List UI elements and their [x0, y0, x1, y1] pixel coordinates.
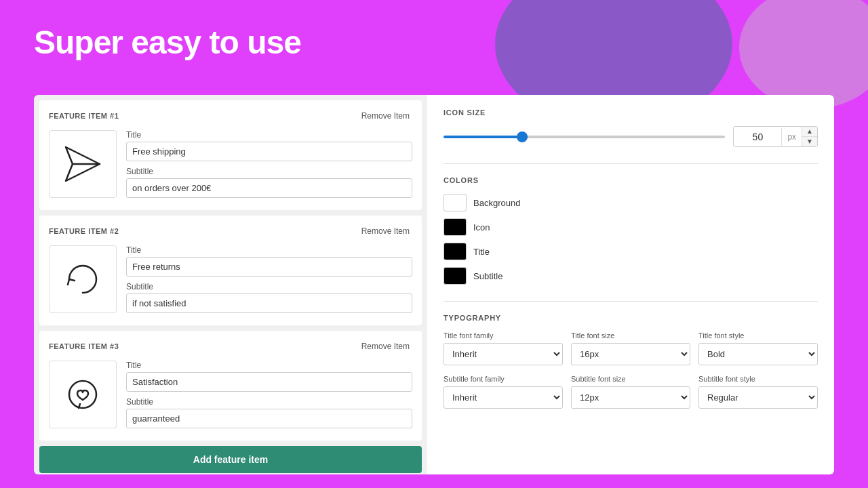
color-row-icon: Icon	[443, 218, 818, 236]
feature-item-2-subtitle-label: Subtitle	[126, 282, 412, 291]
add-feature-button[interactable]: Add feature item	[39, 446, 422, 473]
feature-item-3-subtitle-group: Subtitle	[126, 397, 412, 428]
color-row-background: Background	[443, 194, 818, 211]
title-font-style-select[interactable]: Bold Regular Italic	[698, 343, 818, 365]
title-font-family-label: Title font family	[443, 331, 563, 340]
feature-item-1-body: Title Subtitle	[49, 130, 412, 198]
svg-point-2	[69, 381, 96, 408]
feature-item-3-header: FEATURE ITEM #3 Remove Item	[49, 340, 412, 352]
colors-section: COLORS Background Icon Title Subtitle	[443, 176, 818, 285]
title-font-size-label: Title font size	[571, 331, 690, 340]
feature-item-2-subtitle-group: Subtitle	[126, 282, 412, 313]
px-label: px	[781, 128, 802, 146]
slider-thumb	[517, 131, 528, 142]
feature-item-1-label: FEATURE ITEM #1	[49, 112, 119, 120]
typography-section: TYPOGRAPHY Title font family Inherit Ari…	[443, 314, 818, 409]
feature-item-2-icon-box[interactable]	[49, 245, 117, 313]
px-arrows: ▲ ▼	[802, 127, 817, 146]
subtitle-font-size-group: Subtitle font size 12px 10px 14px 16px	[571, 375, 690, 409]
subtitle-font-style-group: Subtitle font style Regular Bold Italic	[698, 375, 818, 409]
subtitle-typo-row: Subtitle font family Inherit Arial Georg…	[443, 375, 818, 409]
feature-item-3: FEATURE ITEM #3 Remove Item Title	[39, 331, 422, 441]
feature-item-3-title-group: Title	[126, 361, 412, 392]
colors-section-title: COLORS	[443, 176, 818, 184]
title-font-style-group: Title font style Bold Regular Italic	[698, 331, 818, 365]
right-panel: ICON SIZE 50 px ▲ ▼ COLORS Background	[427, 95, 834, 474]
feature-item-3-subtitle-label: Subtitle	[126, 397, 412, 407]
subtitle-font-style-select[interactable]: Regular Bold Italic	[698, 386, 818, 409]
icon-color-label: Icon	[473, 222, 490, 232]
title-color-label: Title	[473, 247, 490, 257]
feature-item-3-body: Title Subtitle	[49, 361, 412, 428]
background-color-swatch[interactable]	[443, 194, 467, 211]
subtitle-font-family-select[interactable]: Inherit Arial Georgia	[443, 386, 563, 409]
title-font-style-label: Title font style	[698, 331, 818, 340]
feature-item-2-title-input[interactable]	[126, 257, 412, 277]
feature-item-3-subtitle-input[interactable]	[126, 409, 412, 428]
main-container: FEATURE ITEM #1 Remove Item Title	[34, 95, 834, 474]
feature-item-2-subtitle-input[interactable]	[126, 293, 412, 313]
icon-size-section-title: ICON SIZE	[443, 108, 818, 117]
feature-item-2-title-label: Title	[126, 245, 412, 255]
px-up-arrow[interactable]: ▲	[802, 127, 817, 137]
feature-item-3-label: FEATURE ITEM #3	[49, 342, 119, 350]
px-down-arrow[interactable]: ▼	[802, 137, 817, 146]
subtitle-color-label: Subtitle	[473, 271, 502, 281]
feature-item-3-fields: Title Subtitle	[126, 361, 412, 428]
feature-item-2: FEATURE ITEM #2 Remove Item Title	[39, 216, 422, 325]
feature-item-1-header: FEATURE ITEM #1 Remove Item	[49, 110, 412, 122]
bg-blob-2	[739, 0, 868, 108]
subtitle-font-size-label: Subtitle font size	[571, 375, 690, 383]
icon-color-swatch[interactable]	[443, 218, 467, 236]
remove-item-1-button[interactable]: Remove Item	[359, 110, 412, 122]
subtitle-font-family-group: Subtitle font family Inherit Arial Georg…	[443, 375, 563, 409]
subtitle-font-size-select[interactable]: 12px 10px 14px 16px	[571, 386, 690, 409]
feature-item-1-subtitle-group: Subtitle	[126, 167, 412, 198]
feature-item-1-title-group: Title	[126, 130, 412, 161]
feature-item-3-title-input[interactable]	[126, 372, 412, 392]
px-input-group: 50 px ▲ ▼	[733, 126, 818, 147]
feature-item-2-fields: Title Subtitle	[126, 245, 412, 313]
feature-item-1-subtitle-label: Subtitle	[126, 167, 412, 176]
feature-item-1-icon-box[interactable]	[49, 130, 117, 198]
subtitle-color-swatch[interactable]	[443, 267, 467, 285]
icon-size-row: 50 px ▲ ▼	[443, 126, 818, 147]
title-typo-row: Title font family Inherit Arial Georgia …	[443, 331, 818, 365]
icon-size-slider[interactable]	[443, 136, 725, 138]
hero-title: Super easy to use	[34, 24, 301, 61]
feature-item-2-title-group: Title	[126, 245, 412, 277]
feature-item-2-label: FEATURE ITEM #2	[49, 227, 119, 235]
feature-item-3-icon-box[interactable]	[49, 361, 117, 428]
refresh-icon	[62, 259, 103, 300]
feature-item-1-subtitle-input[interactable]	[126, 178, 412, 198]
background-color-label: Background	[473, 198, 520, 208]
subtitle-font-style-label: Subtitle font style	[698, 375, 818, 383]
remove-item-2-button[interactable]: Remove Item	[359, 225, 412, 237]
remove-item-3-button[interactable]: Remove Item	[359, 340, 412, 352]
heart-chat-icon	[62, 374, 103, 415]
divider-2	[443, 301, 818, 302]
title-font-size-select[interactable]: 16px 12px 14px 18px	[571, 343, 690, 365]
feature-item-1-title-input[interactable]	[126, 142, 412, 161]
title-font-size-group: Title font size 16px 12px 14px 18px	[571, 331, 690, 365]
feature-item-1: FEATURE ITEM #1 Remove Item Title	[39, 100, 422, 210]
paper-plane-icon	[62, 144, 103, 184]
typography-section-title: TYPOGRAPHY	[443, 314, 818, 322]
feature-item-2-body: Title Subtitle	[49, 245, 412, 313]
color-row-title: Title	[443, 243, 818, 260]
subtitle-font-family-label: Subtitle font family	[443, 375, 563, 383]
feature-item-2-header: FEATURE ITEM #2 Remove Item	[49, 225, 412, 237]
feature-item-1-fields: Title Subtitle	[126, 130, 412, 198]
title-font-family-group: Title font family Inherit Arial Georgia	[443, 331, 563, 365]
left-panel: FEATURE ITEM #1 Remove Item Title	[34, 95, 427, 474]
title-font-family-select[interactable]: Inherit Arial Georgia	[443, 343, 563, 365]
px-value: 50	[734, 127, 781, 146]
divider-1	[443, 163, 818, 164]
color-row-subtitle: Subtitle	[443, 267, 818, 285]
feature-item-3-title-label: Title	[126, 361, 412, 370]
title-color-swatch[interactable]	[443, 243, 467, 260]
feature-item-1-title-label: Title	[126, 130, 412, 140]
